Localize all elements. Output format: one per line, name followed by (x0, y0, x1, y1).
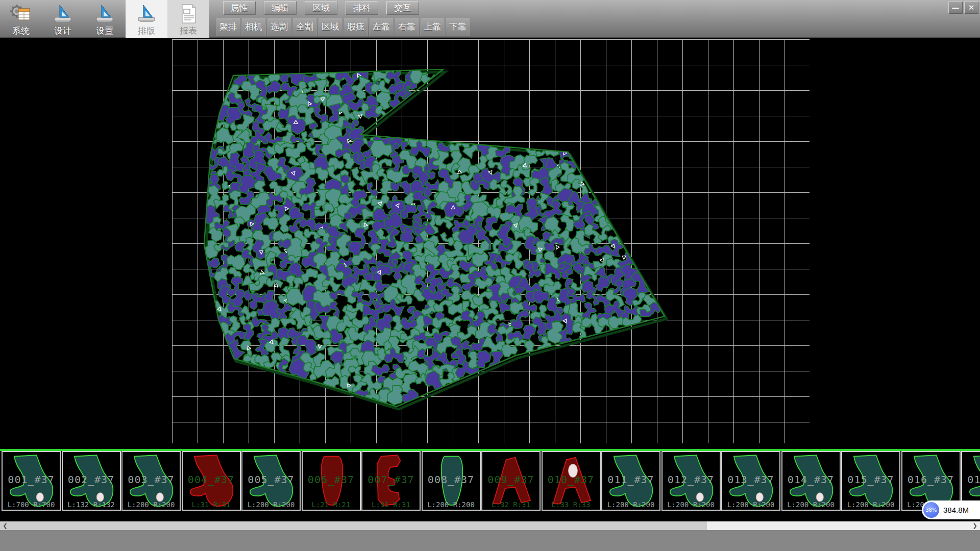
nesting-canvas[interactable] (0, 38, 980, 449)
action-button-label: 相机 (245, 21, 262, 33)
action-button-cut-selected[interactable]: 选割 (267, 17, 291, 36)
tab-label: 编辑 (272, 2, 289, 14)
piece-lr-count: L:700 R:700 (3, 500, 60, 509)
action-button-label: 瑕疵 (347, 21, 364, 33)
action-button-snap-right[interactable]: 右靠 (395, 17, 419, 36)
piece-lr-count: L:31 R:31 (362, 500, 420, 509)
piece-lr-count: L:200 R:200 (782, 500, 840, 509)
tab-properties[interactable]: 属性 (223, 1, 256, 15)
piece-lr-count: L:31 R:31 (183, 500, 240, 509)
app-button-label: 系统 (12, 26, 30, 36)
action-button-defect[interactable]: 瑕疵 (344, 17, 368, 36)
piece-id-label: 014_#37 (782, 473, 840, 486)
piece-thumbnail-015_#37[interactable]: 015_#37L:200 R:200 (841, 451, 900, 511)
app-button-label: 报表 (180, 26, 197, 36)
piece-thumbnail-011_#37[interactable]: 011_#37L:200 R:200 (601, 451, 660, 511)
action-button-snap-top[interactable]: 上靠 (420, 17, 445, 36)
piece-thumbnail-012_#37[interactable]: 012_#37L:200 R:200 (662, 451, 721, 511)
action-button-cut-all[interactable]: 全割 (292, 17, 317, 36)
piece-lr-count: L:200 R:200 (663, 500, 720, 509)
piece-thumbnail-009_#37[interactable]: 009_#37L:32 R:31 (481, 451, 541, 511)
memory-value: 384.8M (943, 506, 969, 514)
tab-label: 属性 (231, 2, 248, 14)
piece-thumbnail-006_#37[interactable]: 006_#37L:21 R:21 (302, 451, 361, 511)
piece-lr-count: L:132 R:132 (63, 500, 120, 509)
action-button-snap-left[interactable]: 左靠 (369, 17, 394, 36)
piece-lr-count: L:32 R:31 (482, 500, 540, 509)
action-button-label: 区域 (322, 21, 339, 33)
tab-label: 交互 (394, 2, 411, 14)
piece-id-label: 007_#37 (362, 473, 420, 486)
memory-status-badge: 38% 384.8M (922, 500, 980, 519)
tab-region[interactable]: 区域 (305, 1, 337, 15)
piece-thumbnail-003_#37[interactable]: 003_#37L:200 R:200 (121, 451, 181, 511)
app-button-system[interactable]: 系统 (0, 0, 42, 38)
piece-id-label: 001_#37 (3, 473, 60, 486)
app-button-label: 设计 (54, 26, 71, 36)
piece-thumbnail-007_#37[interactable]: 007_#37L:31 R:31 (361, 451, 421, 511)
horizontal-scrollbar[interactable]: ❮ ❯ (0, 521, 980, 530)
app-button-label: 设置 (96, 26, 113, 36)
piece-lr-count: L:21 R:21 (303, 500, 360, 509)
app-button-nesting[interactable]: 排版 (126, 0, 167, 38)
close-button[interactable]: ✕ (964, 2, 978, 14)
piece-id-label: 009_#37 (482, 473, 540, 486)
action-button-label: 全割 (296, 21, 313, 33)
action-button-camera[interactable]: 相机 (241, 17, 266, 36)
action-button-snap-bottom[interactable]: 下靠 (446, 17, 470, 36)
action-button-label: 选割 (271, 21, 288, 33)
scrollbar-thumb[interactable] (0, 521, 707, 530)
action-button-label: 下靠 (449, 21, 467, 33)
tab-label: 排料 (353, 2, 371, 14)
design-ruler-icon (52, 3, 74, 25)
minimize-button[interactable]: — (948, 2, 963, 14)
toolbar: 系统设计设置排版报表 属性编辑区域排料交互 聚排相机选割全割区域瑕疵左靠右靠上靠… (0, 0, 980, 38)
piece-lr-count: L:33 R:33 (543, 500, 600, 509)
piece-lr-count: L:200 R:200 (842, 500, 899, 509)
design-ruler-icon (135, 3, 158, 25)
progress-circle: 38% (923, 502, 939, 518)
piece-thumbnail-013_#37[interactable]: 013_#37L:200 R:200 (721, 451, 780, 511)
piece-id-label: 003_#37 (122, 473, 180, 486)
piece-thumbnail-008_#37[interactable]: 008_#37L:200 R:200 (422, 451, 481, 511)
piece-id-label: 015_#37 (842, 473, 899, 486)
piece-id-label: 005_#37 (242, 473, 300, 486)
action-button-cluster-nest[interactable]: 聚排 (216, 17, 240, 36)
piece-id-label: 002_#37 (63, 473, 120, 486)
piece-lr-count: L:200 R:200 (602, 500, 659, 509)
piece-lr-count: L:200 R:200 (722, 500, 779, 509)
piece-id-label: 013_#37 (722, 473, 779, 486)
piece-thumbnail-002_#37[interactable]: 002_#37L:132 R:132 (62, 451, 121, 511)
piece-thumbnail-014_#37[interactable]: 014_#37L:200 R:200 (781, 451, 841, 511)
piece-lr-count: L:200 R:200 (423, 500, 480, 509)
piece-id-label: 010_#37 (543, 473, 600, 486)
piece-id-label: 016_#37 (902, 473, 960, 486)
nested-pieces (195, 62, 663, 408)
piece-id-label: 008_#37 (423, 473, 480, 486)
piece-thumbnail-001_#37[interactable]: 001_#37L:700 R:700 (2, 451, 61, 511)
piece-lr-count: L:200 R:200 (122, 500, 180, 509)
scroll-right-arrow-icon[interactable]: ❯ (971, 521, 979, 530)
action-button-area[interactable]: 区域 (318, 17, 342, 36)
tab-label: 区域 (312, 2, 330, 14)
tab-nest[interactable]: 排料 (346, 1, 378, 15)
piece-id-label: 004_#37 (183, 473, 240, 486)
action-button-label: 左靠 (373, 21, 390, 33)
scroll-left-arrow-icon[interactable]: ❮ (1, 521, 9, 530)
piece-lr-count: L:200 R:200 (242, 500, 300, 509)
app-button-label: 排版 (138, 26, 155, 36)
piece-thumbnail-005_#37[interactable]: 005_#37L:200 R:200 (241, 451, 301, 511)
app-button-settings[interactable]: 设置 (84, 0, 126, 38)
action-button-label: 上靠 (424, 21, 441, 33)
app-button-report[interactable]: 报表 (167, 0, 209, 38)
close-icon: ✕ (968, 3, 975, 12)
piece-thumbnail-004_#37[interactable]: 004_#37L:31 R:31 (182, 451, 241, 511)
tab-edit[interactable]: 编辑 (264, 1, 297, 15)
action-button-label: 右靠 (398, 21, 415, 33)
tab-interact[interactable]: 交互 (386, 1, 419, 15)
app-button-design[interactable]: 设计 (42, 0, 84, 38)
piece-id-label: 006_#37 (303, 473, 360, 486)
design-ruler-icon (93, 3, 116, 25)
piece-thumbnail-010_#37[interactable]: 010_#37L:33 R:33 (542, 451, 601, 511)
application-window: 系统设计设置排版报表 属性编辑区域排料交互 聚排相机选割全割区域瑕疵左靠右靠上靠… (0, 0, 980, 551)
